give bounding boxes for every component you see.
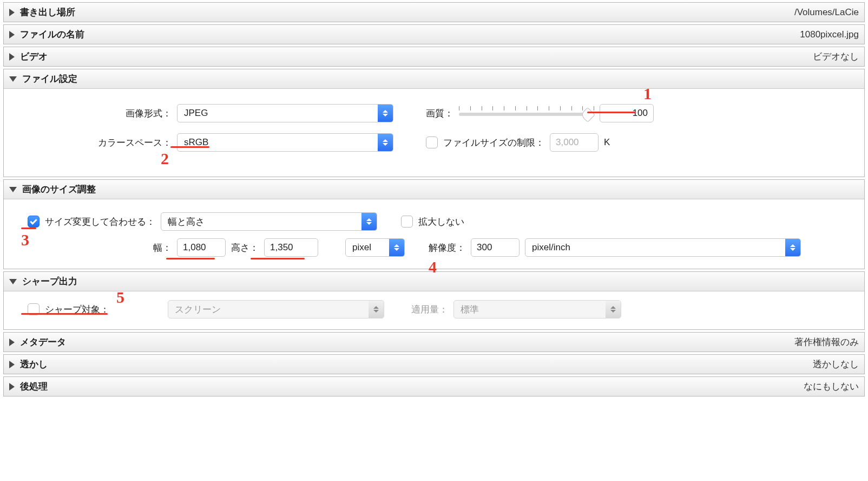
sharpen-target-select: スクリーン [168, 300, 384, 318]
export-location-header[interactable]: 書き出し場所 /Volumes/LaCie [4, 3, 864, 22]
post-process-header[interactable]: 後処理 なにもしない [4, 377, 864, 396]
resolution-input[interactable] [471, 238, 520, 257]
chevron-right-icon [9, 53, 15, 61]
chevron-updown-icon [361, 213, 377, 230]
file-settings-title: ファイル設定 [22, 73, 77, 85]
limit-filesize-label: ファイルサイズの制限： [443, 136, 544, 149]
chevron-right-icon [9, 31, 15, 38]
metadata-title: メタデータ [20, 336, 66, 348]
dont-enlarge-label: 拡大しない [418, 216, 464, 228]
resize-to-fit-label: サイズ変更して合わせる： [45, 216, 155, 228]
height-label: 高さ： [231, 242, 259, 254]
chevron-down-icon [9, 76, 17, 82]
file-name-title: ファイルの名前 [20, 28, 84, 41]
chevron-updown-icon [785, 239, 800, 256]
limit-filesize-input[interactable] [550, 133, 599, 152]
image-format-value: JPEG [177, 108, 378, 119]
chevron-updown-icon [369, 301, 384, 318]
height-input[interactable] [264, 238, 318, 257]
file-name-summary: 1080pixcel.jpg [800, 29, 859, 40]
width-label: 幅： [15, 242, 172, 254]
image-format-label: 画像形式： [15, 107, 172, 120]
image-sizing-header[interactable]: 画像のサイズ調整 [4, 180, 864, 199]
export-location-summary: /Volumes/LaCie [794, 7, 859, 18]
chevron-down-icon [9, 279, 17, 284]
quality-input[interactable] [600, 104, 654, 122]
quality-slider[interactable] [459, 105, 594, 121]
color-space-label: カラースペース： [15, 136, 172, 149]
video-title: ビデオ [20, 50, 48, 63]
limit-filesize-checkbox[interactable] [426, 136, 438, 148]
export-location-title: 書き出し場所 [20, 6, 75, 18]
sharpen-checkbox[interactable] [28, 303, 40, 315]
chevron-right-icon [9, 9, 15, 16]
image-sizing-title: 画像のサイズ調整 [22, 183, 96, 196]
sharpen-header[interactable]: シャープ出力 [4, 272, 864, 291]
watermark-title: 透かし [20, 358, 48, 370]
resize-mode-value: 幅と高さ [161, 216, 361, 228]
sharpen-amount-value: 標準 [454, 303, 606, 316]
check-icon [30, 217, 37, 224]
quality-label: 画質： [426, 107, 453, 120]
chevron-right-icon [9, 361, 15, 368]
file-name-header[interactable]: ファイルの名前 1080pixcel.jpg [4, 25, 864, 44]
watermark-summary: 透かしなし [813, 358, 859, 370]
post-process-title: 後処理 [20, 380, 48, 393]
color-space-select[interactable]: sRGB [177, 133, 393, 152]
sharpen-target-value: スクリーン [168, 303, 369, 316]
size-unit-value: pixel [346, 242, 389, 253]
annotation-5: 5 [116, 288, 124, 307]
chevron-updown-icon [378, 134, 393, 151]
width-input[interactable] [177, 238, 226, 257]
metadata-summary: 著作権情報のみ [794, 336, 859, 348]
video-header[interactable]: ビデオ ビデオなし [4, 47, 864, 66]
resize-to-fit-checkbox[interactable] [28, 216, 40, 227]
chevron-right-icon [9, 339, 15, 346]
chevron-updown-icon [606, 301, 621, 318]
resolution-unit-select[interactable]: pixel/inch [525, 238, 801, 257]
size-unit-select[interactable]: pixel [345, 238, 405, 257]
sharpen-amount-select: 標準 [453, 300, 621, 318]
sharpen-label: シャープ対象： [45, 303, 109, 316]
file-settings-header[interactable]: ファイル設定 [4, 69, 864, 89]
sharpen-amount-label: 適用量： [411, 303, 448, 316]
sharpen-title: シャープ出力 [22, 275, 77, 288]
limit-filesize-unit: K [604, 137, 610, 148]
chevron-right-icon [9, 383, 15, 391]
image-format-select[interactable]: JPEG [177, 104, 393, 122]
resolution-label: 解像度： [429, 242, 465, 254]
metadata-header[interactable]: メタデータ 著作権情報のみ [4, 333, 864, 352]
chevron-updown-icon [389, 239, 404, 256]
chevron-down-icon [9, 187, 17, 192]
color-space-value: sRGB [177, 137, 378, 148]
annotation-2: 2 [161, 150, 169, 168]
watermark-header[interactable]: 透かし 透かしなし [4, 355, 864, 374]
video-summary: ビデオなし [813, 50, 859, 63]
resize-mode-select[interactable]: 幅と高さ [161, 212, 377, 231]
resolution-unit-value: pixel/inch [525, 242, 785, 253]
chevron-updown-icon [378, 105, 393, 122]
dont-enlarge-checkbox[interactable] [401, 216, 413, 227]
post-process-summary: なにもしない [804, 380, 859, 393]
